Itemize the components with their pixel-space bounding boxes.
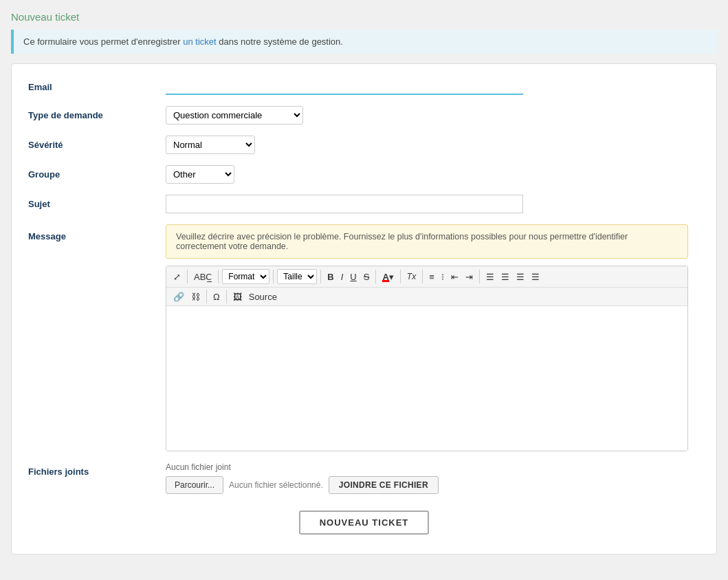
files-field-wrapper: Aucun fichier joint Parcourir... Aucun f… [166,462,700,494]
files-row: Fichiers joints Aucun fichier joint Parc… [28,462,700,494]
image-btn[interactable]: 🖼 [230,291,245,303]
strike-btn[interactable]: S [361,271,373,283]
unlink-btn[interactable]: ⛓ [188,291,203,303]
type-select[interactable]: Question commerciale Support technique F… [166,106,303,125]
bold-btn[interactable]: B [324,271,336,283]
group-row: Groupe Other Support Sales Technical [28,165,700,184]
join-button[interactable]: JOINDRE CE FICHIER [329,476,439,494]
group-label: Groupe [28,165,166,180]
font-color-btn[interactable]: A▾ [379,271,396,283]
severity-row: Sévérité Normal Urgent Critique [28,136,700,154]
severity-field-wrapper: Normal Urgent Critique [166,136,700,154]
file-row: Parcourir... Aucun fichier sélectionné. … [166,476,688,494]
underline-btn[interactable]: U [347,271,359,283]
expand-icon[interactable]: ⤢ [170,271,184,283]
message-row: Message Veuillez décrire avec précision … [28,224,700,451]
sep-1 [187,270,188,283]
hint-box: Veuillez décrire avec précision le probl… [166,224,688,259]
align-center-btn[interactable]: ☰ [498,271,512,283]
info-link[interactable]: un ticket [183,36,216,47]
message-field-wrapper: Veuillez décrire avec précision le probl… [166,224,700,451]
sep-5 [375,270,376,283]
sep-10 [226,290,227,303]
page-title: Nouveau ticket [11,11,717,23]
subject-row: Sujet [28,195,700,213]
ordered-list-btn[interactable]: ≡ [426,271,437,283]
outdent-btn[interactable]: ⇤ [448,271,461,283]
indent-btn[interactable]: ⇥ [463,271,476,283]
info-banner: Ce formulaire vous permet d'enregistrer … [11,30,717,54]
align-right-btn[interactable]: ☰ [514,271,527,283]
email-label: Email [28,78,166,92]
sep-2 [218,270,219,283]
sep-4 [320,270,321,283]
severity-label: Sévérité [28,136,166,150]
no-file-text: Aucun fichier joint [166,462,688,472]
file-section: Aucun fichier joint Parcourir... Aucun f… [166,462,688,494]
type-label: Type de demande [28,106,166,120]
no-file-selected-text: Aucun fichier sélectionné. [229,480,323,490]
sep-9 [206,290,207,303]
group-select[interactable]: Other Support Sales Technical [166,165,234,184]
sep-7 [422,270,423,283]
spellcheck-btn[interactable]: ABC̲ [191,271,214,283]
browse-button[interactable]: Parcourir... [166,476,223,494]
color-a-icon: A [382,272,388,281]
clear-format-btn[interactable]: Tx [404,271,419,282]
email-input[interactable] [166,78,523,95]
align-justify-btn[interactable]: ☰ [529,271,542,283]
taille-select[interactable]: Taille [277,269,317,284]
source-btn[interactable]: Source [246,291,280,303]
link-btn[interactable]: 🔗 [170,291,187,303]
editor-toolbar-row1: ⤢ ABC̲ Format Taille B I U S [166,266,687,288]
type-field-wrapper: Question commerciale Support technique F… [166,106,700,125]
submit-row: NOUVEAU TICKET [28,511,700,535]
align-left-btn[interactable]: ☰ [483,271,497,283]
editor-toolbar-row2: 🔗 ⛓ Ω 🖼 Source [166,288,687,306]
italic-btn[interactable]: I [338,271,346,283]
type-row: Type de demande Question commerciale Sup… [28,106,700,125]
group-field-wrapper: Other Support Sales Technical [166,165,700,184]
submit-button[interactable]: NOUVEAU TICKET [299,511,430,535]
email-field-wrapper [166,78,700,95]
sep-6 [400,270,401,283]
message-label: Message [28,224,166,241]
format-select[interactable]: Format [222,269,269,284]
unordered-list-btn[interactable]: ⁝ [439,271,447,283]
sep-8 [479,270,480,283]
files-label: Fichiers joints [28,462,166,477]
subject-label: Sujet [28,195,166,209]
message-editor[interactable] [166,306,687,451]
editor-wrapper: ⤢ ABC̲ Format Taille B I U S [166,266,688,451]
sep-3 [273,270,274,283]
subject-field-wrapper [166,195,700,213]
email-row: Email [28,78,700,95]
severity-select[interactable]: Normal Urgent Critique [166,136,255,154]
form-container: Email Type de demande Question commercia… [11,63,717,555]
omega-btn[interactable]: Ω [210,291,223,303]
subject-input[interactable] [166,195,523,213]
